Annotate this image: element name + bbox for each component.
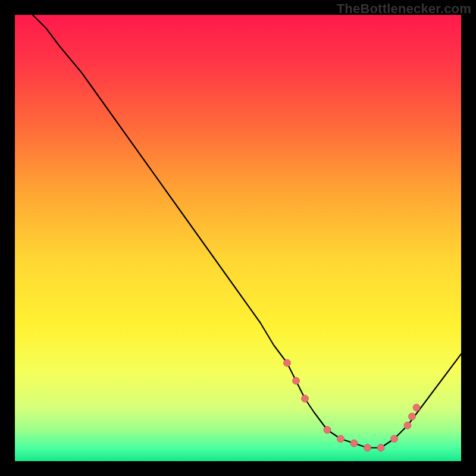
highlight-point [293, 377, 300, 384]
highlight-point [324, 427, 331, 434]
highlight-point [302, 395, 309, 402]
highlight-point [391, 436, 398, 443]
highlight-point [284, 359, 291, 367]
highlight-point [409, 413, 416, 420]
highlight-point [404, 422, 411, 429]
highlight-point [364, 444, 371, 452]
plot-area [15, 15, 461, 461]
highlight-point [337, 436, 345, 443]
plot-svg [15, 15, 461, 461]
chart-frame: TheBottlenecker.com [0, 0, 476, 476]
highlight-point [377, 444, 384, 452]
gradient-background [15, 15, 461, 461]
highlight-point [350, 440, 358, 447]
highlight-point [413, 404, 420, 411]
